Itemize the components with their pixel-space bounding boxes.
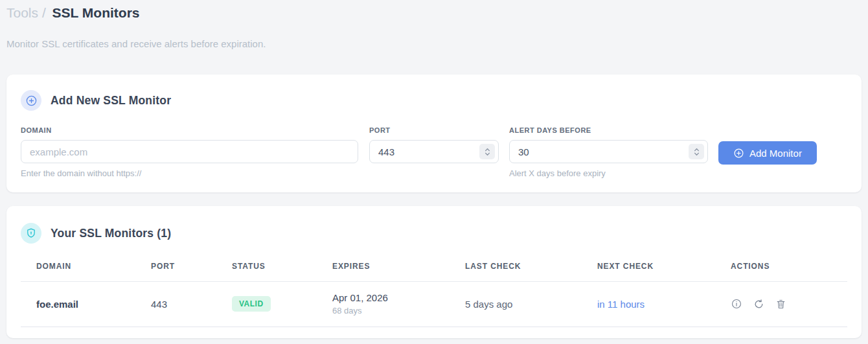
domain-hint: Enter the domain without https://	[21, 168, 358, 178]
refresh-icon[interactable]	[753, 299, 764, 310]
monitors-table-header-row: DOMAIN PORT STATUS EXPIRES LAST CHECK NE…	[21, 255, 847, 282]
ssl-monitors-page: Tools / SSL Monitors Monitor SSL certifi…	[0, 0, 868, 338]
header-expires: EXPIRES	[332, 255, 465, 282]
shield-icon	[21, 223, 41, 244]
row-expires-cell: Apr 01, 2026 68 days	[332, 282, 465, 327]
plus-circle-icon	[733, 148, 744, 159]
alert-days-field-group: ALERT DAYS BEFORE Alert X days before ex…	[509, 126, 708, 178]
status-badge: VALID	[232, 296, 271, 312]
expires-days-remaining: 68 days	[332, 306, 465, 315]
info-icon[interactable]	[731, 298, 742, 310]
alert-days-label: ALERT DAYS BEFORE	[509, 126, 708, 134]
port-label: PORT	[369, 126, 499, 134]
breadcrumb: Tools / SSL Monitors	[6, 4, 862, 22]
breadcrumb-separator: /	[42, 5, 46, 20]
monitors-list-card: Your SSL Monitors (1) DOMAIN PORT STATUS…	[6, 206, 862, 338]
header-last-check: LAST CHECK	[465, 255, 597, 282]
domain-input[interactable]	[21, 140, 358, 163]
page-subtitle: Monitor SSL certificates and receive ale…	[6, 38, 862, 51]
header-domain: DOMAIN	[21, 255, 151, 282]
row-last-check: 5 days ago	[465, 282, 597, 327]
page-title: SSL Monitors	[52, 5, 140, 20]
add-monitor-button[interactable]: Add Monitor	[718, 141, 817, 165]
row-status-cell: VALID	[232, 282, 332, 327]
expires-date: Apr 01, 2026	[332, 292, 465, 303]
domain-field-group: DOMAIN Enter the domain without https://	[21, 126, 358, 178]
add-monitor-card: Add New SSL Monitor DOMAIN Enter the dom…	[6, 75, 862, 192]
header-status: STATUS	[232, 255, 332, 282]
add-monitor-card-title: Add New SSL Monitor	[51, 94, 171, 108]
header-actions: ACTIONS	[731, 255, 847, 282]
row-actions-cell	[731, 282, 847, 327]
trash-icon[interactable]	[775, 299, 786, 310]
monitors-card-title: Your SSL Monitors (1)	[51, 227, 171, 240]
table-row: foe.email 443 VALID Apr 01, 2026 68 days…	[21, 282, 847, 327]
monitors-card-header: Your SSL Monitors (1)	[21, 223, 847, 244]
row-domain: foe.email	[21, 282, 151, 327]
breadcrumb-tools-link[interactable]: Tools	[6, 5, 38, 20]
plus-circle-icon	[21, 90, 41, 111]
port-field-group: PORT	[369, 126, 499, 163]
header-port: PORT	[151, 255, 232, 282]
row-port: 443	[151, 282, 232, 327]
port-stepper[interactable]	[479, 144, 495, 159]
alert-days-stepper[interactable]	[689, 144, 704, 159]
row-next-check[interactable]: in 11 hours	[597, 282, 731, 327]
add-monitor-form: DOMAIN Enter the domain without https://…	[21, 126, 847, 178]
domain-label: DOMAIN	[21, 126, 358, 134]
header-next-check: NEXT CHECK	[597, 255, 731, 282]
add-monitor-button-label: Add Monitor	[749, 148, 802, 159]
add-monitor-card-header: Add New SSL Monitor	[21, 90, 847, 111]
alert-days-input[interactable]	[509, 140, 708, 163]
monitors-table: DOMAIN PORT STATUS EXPIRES LAST CHECK NE…	[21, 255, 847, 327]
alert-days-hint: Alert X days before expiry	[509, 168, 708, 178]
